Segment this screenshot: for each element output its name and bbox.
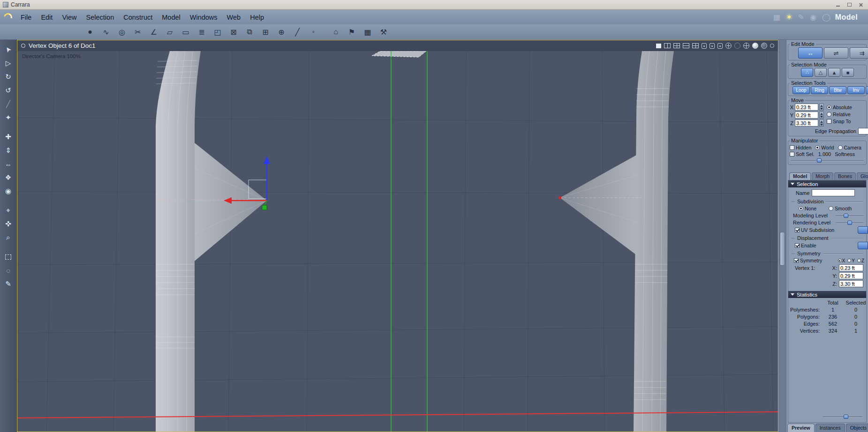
move-x-stepper[interactable] — [819, 104, 824, 111]
layout-split-horizontal-icon[interactable] — [683, 43, 689, 48]
textured-sphere-icon[interactable] — [761, 43, 767, 49]
oval-tool-button[interactable]: ▭ — [179, 26, 192, 38]
globe-display-icon[interactable] — [743, 43, 749, 49]
tab-instances[interactable]: Instances — [815, 424, 845, 432]
loop-select-button[interactable]: Loop — [793, 86, 810, 94]
universal-manipulator-tool[interactable]: ❖ — [2, 171, 15, 184]
camera-label[interactable]: Director's Camera 100% — [22, 53, 81, 59]
close-button[interactable] — [856, 1, 865, 8]
translate-tool[interactable]: ✚ — [2, 131, 15, 143]
viewport-canvas[interactable]: Director's Camera 100% — [17, 51, 778, 432]
bend-modifier-button[interactable]: ⌂ — [329, 26, 342, 38]
viewport-menu-icon[interactable] — [21, 44, 25, 48]
softness-slider[interactable] — [791, 158, 864, 163]
mirror-modifier-button[interactable]: ⚑ — [345, 26, 358, 38]
shaded-sphere-icon[interactable] — [752, 43, 758, 49]
mini-sphere-icon[interactable] — [770, 44, 774, 48]
tab-bones[interactable]: Bones — [834, 172, 856, 180]
tab-preview[interactable]: Preview — [787, 424, 815, 432]
move-y-input[interactable] — [795, 112, 818, 119]
spline-tool-button[interactable]: ∿ — [99, 26, 113, 38]
scale-horizontal-tool[interactable]: ⇔ — [2, 158, 15, 170]
pen-select-tool[interactable]: ✎ — [2, 278, 15, 290]
vertex-select-tool[interactable]: ▷ — [2, 57, 15, 69]
align-tool-button[interactable]: ≣ — [195, 26, 208, 38]
more-select-button[interactable] — [866, 86, 868, 94]
uv-subdivision-options-button[interactable] — [858, 226, 868, 234]
camera-dolly-tool[interactable]: ⌖ — [2, 204, 15, 216]
selection-section-header[interactable]: Selection — [788, 180, 866, 187]
display-quality-icon-2[interactable] — [709, 43, 715, 49]
subdivision-none-radio[interactable]: None — [799, 206, 816, 211]
line-tool-button[interactable]: ╱ — [291, 26, 304, 38]
magic-wand-tool[interactable]: ✦ — [2, 112, 15, 124]
cut-tool-button[interactable]: ✂ — [131, 26, 144, 38]
statistics-section-header[interactable]: Statistics — [788, 291, 866, 298]
uv-subdivision-checkbox[interactable]: UV Subdivision — [795, 227, 834, 233]
model-room-icon[interactable]: ✶ — [786, 13, 792, 22]
edit-mode-slide-button[interactable]: ⇌ — [824, 47, 848, 59]
duplicate-tool-button[interactable]: ⧉ — [243, 26, 256, 38]
rotate-tool[interactable]: ↻ — [2, 71, 15, 83]
array-tool-button[interactable]: ⊞ — [259, 26, 272, 38]
select-arrow-tool[interactable]: ➤ — [2, 44, 15, 56]
menu-model[interactable]: Model — [157, 12, 185, 22]
wireframe-sphere-icon[interactable] — [734, 43, 740, 49]
camera-target-icon[interactable] — [725, 43, 732, 49]
invert-select-button[interactable]: Inv — [847, 86, 865, 94]
selection-name-input[interactable] — [812, 189, 855, 196]
displacement-options-button[interactable] — [858, 242, 868, 249]
polyline-tool-button[interactable]: ∠ — [147, 26, 160, 38]
symmetry-z-radio[interactable]: Z — [857, 258, 864, 263]
panel-zoom-slider[interactable] — [823, 414, 862, 419]
snap-to-checkbox[interactable]: Snap To — [827, 119, 852, 124]
texture-room-icon[interactable]: ✎ — [798, 13, 804, 22]
lattice-modifier-button[interactable]: ▦ — [361, 26, 374, 38]
vertex-x-input[interactable] — [839, 264, 863, 271]
symmetry-y-radio[interactable]: Y — [847, 258, 855, 263]
measure-tool[interactable]: ╱ — [2, 98, 15, 110]
marquee-select-tool[interactable] — [2, 251, 15, 263]
maximize-button[interactable] — [845, 1, 854, 8]
display-quality-icon-1[interactable] — [702, 43, 707, 49]
storyboard-room-icon[interactable]: ◯ — [822, 13, 830, 22]
tab-objects[interactable]: Objects — [846, 424, 868, 432]
paint-bucket-tool[interactable]: ◉ — [2, 185, 15, 197]
move-z-input[interactable] — [795, 119, 818, 127]
display-quality-icon-3[interactable] — [717, 43, 723, 49]
lasso-select-tool[interactable]: ◌ — [2, 264, 15, 276]
rendering-level-slider[interactable] — [836, 220, 863, 225]
orbit-tool[interactable]: ↺ — [2, 84, 15, 97]
vertex-z-input[interactable] — [839, 280, 863, 287]
move-z-stepper[interactable] — [819, 119, 824, 127]
menu-help[interactable]: Help — [245, 12, 269, 22]
menu-file[interactable]: File — [16, 12, 36, 22]
absolute-radio[interactable]: Absolute — [827, 104, 852, 110]
minimize-button[interactable] — [833, 1, 843, 8]
menu-view[interactable]: View — [57, 12, 81, 22]
tab-morph[interactable]: Morph — [812, 172, 833, 180]
scale-vertical-tool[interactable]: ⇕ — [2, 144, 15, 156]
camera-radio[interactable]: Camera — [838, 145, 861, 150]
vertex-y-input[interactable] — [839, 272, 863, 279]
layout-three-pane-icon[interactable] — [692, 43, 699, 48]
assemble-room-icon[interactable]: ▦ — [773, 13, 780, 22]
displacement-enable-checkbox[interactable]: Enable — [795, 243, 816, 248]
edit-mode-move-button[interactable]: ↔ — [798, 47, 823, 59]
pan-hand-tool[interactable]: ✜ — [2, 218, 15, 230]
select-faces-button[interactable]: ▲ — [828, 68, 840, 77]
modeling-level-slider[interactable] — [836, 213, 863, 218]
menu-windows[interactable]: Windows — [185, 12, 222, 22]
ring-select-button[interactable]: Ring — [811, 86, 828, 94]
tab-model[interactable]: Model — [789, 172, 811, 180]
move-y-stepper[interactable] — [819, 112, 824, 119]
polygon-tool-button[interactable]: ▱ — [163, 26, 176, 38]
menu-selection[interactable]: Selection — [82, 12, 119, 22]
menu-web[interactable]: Web — [222, 12, 246, 22]
render-room-icon[interactable]: ◉ — [810, 13, 816, 22]
menu-edit[interactable]: Edit — [36, 12, 57, 22]
subdivision-smooth-radio[interactable]: Smooth — [829, 206, 852, 211]
scrollbar-thumb[interactable] — [780, 232, 785, 266]
sphere-tool-button[interactable]: ● — [83, 26, 97, 38]
select-objects-button[interactable]: ■ — [842, 68, 854, 77]
